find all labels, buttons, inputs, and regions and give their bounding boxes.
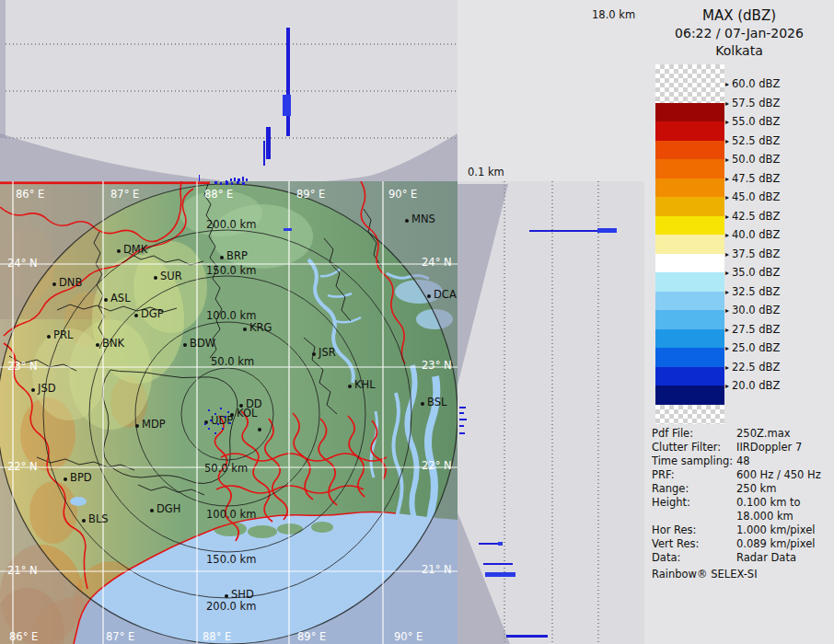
tick-arrow-icon: ▸ <box>725 193 729 201</box>
radar-site-name: Kolkata <box>644 43 834 58</box>
beam-blind-left-strip <box>0 0 6 138</box>
top-cross-section-panel <box>0 0 458 181</box>
legend-tick-label: ▸60.0 dBZ <box>725 78 780 90</box>
legend-tick-label: ▸27.5 dBZ <box>725 324 780 336</box>
info-row: Hor Res:1.000 km/pixel <box>652 523 832 537</box>
info-label: Hor Res: <box>652 523 736 537</box>
info-label: Height: <box>652 496 736 510</box>
legend-band <box>655 310 724 329</box>
info-row: Data:Radar Data <box>652 551 832 565</box>
tick-arrow-icon: ▸ <box>725 99 729 108</box>
tick-arrow-icon: ▸ <box>725 213 729 221</box>
legend-band-overflow-bottom <box>655 405 724 424</box>
tick-arrow-icon: ▸ <box>725 306 729 315</box>
product-title: MAX (dBZ) <box>644 7 834 24</box>
legend-band <box>655 197 724 216</box>
legend-tick-label: ▸32.5 dBZ <box>725 286 780 298</box>
info-row: Range:250 km <box>652 482 832 496</box>
legend-tick-label: ▸20.0 dBZ <box>725 380 780 392</box>
legend-band <box>655 178 724 198</box>
legend-tick-label: ▸45.0 dBZ <box>725 191 780 203</box>
tick-arrow-icon: ▸ <box>725 231 729 239</box>
legend-tick-label: ▸42.5 dBZ <box>725 211 780 223</box>
info-value: 1.000 km/pixel <box>736 523 816 537</box>
info-value: 18.000 km <box>736 510 793 523</box>
info-label: Data: <box>652 551 736 565</box>
product-datetime: 06:22 / 07-Jan-2026 <box>644 26 834 40</box>
legend-band <box>655 292 724 311</box>
legend-color-scale <box>655 64 724 424</box>
legend-band <box>655 121 724 141</box>
info-value: 0.100 km to <box>736 496 801 510</box>
side-panel-graphic <box>458 181 644 644</box>
info-value: IIRDoppler 7 <box>736 441 802 454</box>
info-value: 600 Hz / 450 Hz <box>736 468 821 482</box>
info-row: Time sampling:48 <box>652 454 832 468</box>
legend-tick-label: ▸47.5 dBZ <box>725 173 780 185</box>
info-value: 250Z.max <box>736 427 791 441</box>
info-value: Radar Data <box>736 551 796 565</box>
legend-band-overflow-top <box>655 64 724 103</box>
legend-tick-label: ▸57.5 dBZ <box>725 98 780 109</box>
info-value: 48 <box>736 454 750 468</box>
tick-arrow-icon: ▸ <box>725 250 729 259</box>
info-label: Range: <box>652 482 736 496</box>
info-label: Time sampling: <box>652 454 736 468</box>
info-value: 0.089 km/pixel <box>736 537 816 551</box>
tick-arrow-icon: ▸ <box>725 118 729 126</box>
tick-arrow-icon: ▸ <box>725 382 729 390</box>
info-label <box>652 510 736 523</box>
tick-arrow-icon: ▸ <box>725 288 729 296</box>
info-row: Height:0.100 km to <box>652 496 832 510</box>
legend-tick-label: ▸40.0 dBZ <box>725 229 780 241</box>
legend-band <box>655 254 724 273</box>
info-value: 250 km <box>736 482 776 496</box>
legend-tick-label: ▸22.5 dBZ <box>725 362 780 374</box>
legend-band <box>655 103 724 122</box>
legend-band <box>655 348 724 367</box>
side-panel-height-label: 0.1 km <box>468 166 504 178</box>
tick-arrow-icon: ▸ <box>725 80 729 88</box>
legend-band <box>655 235 724 254</box>
legend-band <box>655 329 724 349</box>
info-row: Pdf File:250Z.max <box>652 427 832 441</box>
side-cross-section-panel <box>458 181 644 644</box>
info-row: 18.000 km <box>652 510 832 523</box>
radar-display: 18.0 km 0.1 km <box>0 0 834 644</box>
info-label: Pdf File: <box>652 427 736 441</box>
legend-tick-label: ▸25.0 dBZ <box>725 342 780 354</box>
tick-arrow-icon: ▸ <box>725 269 729 277</box>
software-brand: Rainbow® SELEX-SI <box>652 568 832 581</box>
legend-tick-label: ▸52.5 dBZ <box>725 135 780 147</box>
legend-tick-label: ▸30.0 dBZ <box>725 305 780 316</box>
tick-arrow-icon: ▸ <box>725 155 729 164</box>
legend-tick-label: ▸50.0 dBZ <box>725 154 780 166</box>
legend-tick-label: ▸37.5 dBZ <box>725 248 780 260</box>
product-info-block: Pdf File:250Z.maxClutter Filter:IIRDoppl… <box>652 427 832 581</box>
legend-band <box>655 159 724 178</box>
tick-arrow-icon: ▸ <box>725 344 729 352</box>
tick-arrow-icon: ▸ <box>725 326 729 334</box>
tick-arrow-icon: ▸ <box>725 137 729 145</box>
info-label: Clutter Filter: <box>652 441 736 454</box>
info-row: Vert Res:0.089 km/pixel <box>652 537 832 551</box>
info-row: PRF:600 Hz / 450 Hz <box>652 468 832 482</box>
legend-band <box>655 141 724 160</box>
top-panel-graphic <box>0 0 458 181</box>
tick-arrow-icon: ▸ <box>725 175 729 183</box>
map-graphic <box>0 181 458 644</box>
legend-band <box>655 216 724 236</box>
legend-tick-label: ▸35.0 dBZ <box>725 267 780 279</box>
legend-band <box>655 272 724 292</box>
info-label: PRF: <box>652 468 736 482</box>
radar-map: 86° E86° E87° E87° E88° E88° E89° E89° E… <box>0 181 458 644</box>
info-label: Vert Res: <box>652 537 736 551</box>
legend-band <box>655 367 724 386</box>
info-row: Clutter Filter:IIRDoppler 7 <box>652 441 832 454</box>
tick-arrow-icon: ▸ <box>725 363 729 372</box>
legend-band <box>655 385 724 405</box>
top-panel-height-label: 18.0 km <box>592 8 635 21</box>
legend-tick-label: ▸55.0 dBZ <box>725 116 780 128</box>
